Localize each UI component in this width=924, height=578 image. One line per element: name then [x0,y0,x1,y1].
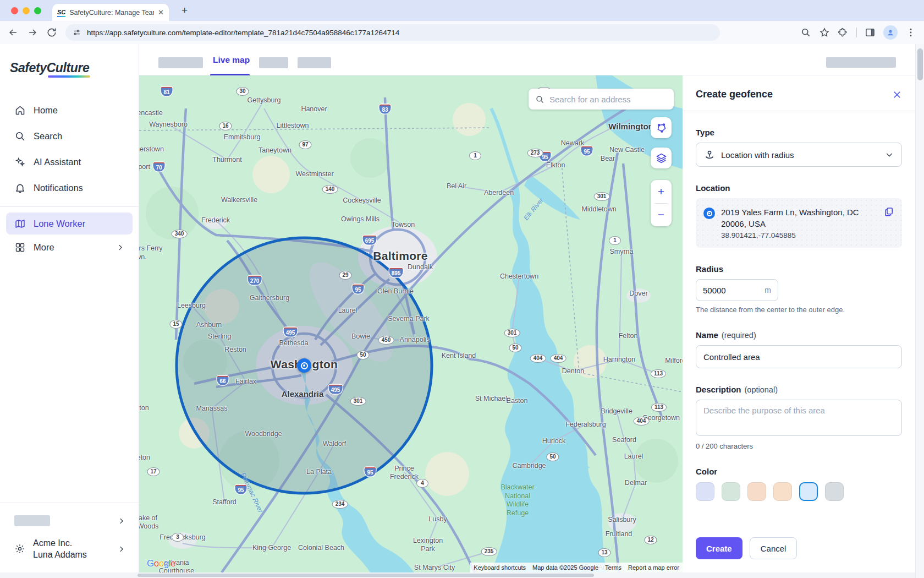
search-icon [14,130,26,142]
sidebar-bottom: Acme Inc. Luna Addams [0,503,139,572]
sidebar-item-lone-worker[interactable]: Lone Worker [6,212,133,235]
org-info: Acme Inc. Luna Addams [33,537,87,560]
map-attribution-item[interactable]: Terms [602,563,625,572]
name-label: Name(required) [696,330,902,340]
color-swatch-5[interactable] [825,482,844,501]
sidebar-item-home[interactable]: Home [0,97,139,123]
color-label: Color [696,467,902,476]
forward-button[interactable] [27,27,38,38]
color-swatch-2[interactable] [747,482,766,501]
type-value: Location with radius [721,150,879,160]
description-textarea[interactable] [696,400,902,436]
color-swatch-4[interactable] [799,482,818,501]
sidebar-collapsed-row[interactable] [0,503,139,526]
color-swatch-0[interactable] [696,482,714,501]
chevron-right-icon [117,517,125,525]
safetyculture-logo: SafetyCulture [10,61,139,75]
layers-icon [656,152,667,164]
sidebar-item-search[interactable]: Search [0,123,139,149]
tab-live-map[interactable]: Live map [213,55,250,65]
content-area: BaltimoreWashingtonWilmingtonWaynesboroG… [139,75,915,572]
map-canvas[interactable]: BaltimoreWashingtonWilmingtonWaynesboroG… [139,75,683,572]
sidebar-item-ai-assistant[interactable]: AI Assistant [0,149,139,175]
radius-label: Radius [696,264,902,274]
maximize-window-button[interactable] [34,7,41,14]
zoom-icon[interactable] [800,27,811,38]
org-switcher[interactable]: Acme Inc. Luna Addams [0,526,139,572]
site-info-icon[interactable] [73,28,81,37]
back-button[interactable] [8,27,19,38]
browser-tab[interactable]: SC SafetyCulture: Manage Teams and... ✕ [52,4,169,21]
map-layers-button[interactable] [651,148,672,168]
tab-close-icon[interactable]: ✕ [158,8,164,17]
polygon-draw-icon [656,122,667,134]
map-search-box[interactable] [529,89,674,110]
close-icon[interactable] [892,90,902,100]
location-address: 2019 Yales Farm Ln, Washington, DC 20006… [721,206,877,230]
browser-toolbar: https://app.safetyculture.com/template-e… [0,21,924,44]
tab-title: SafetyCulture: Manage Teams and... [69,9,154,17]
radius-unit: m [765,286,771,295]
sparkle-icon [14,156,26,168]
draw-geofence-button[interactable] [651,117,672,138]
tab-placeholder[interactable] [298,57,331,68]
color-swatches [696,482,902,501]
map-attribution-item[interactable]: Keyboard shortcuts [470,563,529,572]
chevron-right-icon [116,243,124,252]
search-icon [535,95,544,104]
logo-culture: Culture [47,61,90,75]
type-select[interactable]: Location with radius [696,143,902,167]
map-attribution-item[interactable]: Report a map error [625,563,683,572]
minimize-window-button[interactable] [23,7,30,14]
map-zoom-control: + − [651,180,672,226]
copy-icon[interactable] [883,206,894,217]
home-icon [14,105,26,116]
sidebar: SafetyCulture HomeSearchAI AssistantNoti… [0,44,139,572]
reload-button[interactable] [46,27,57,38]
logo-safety: Safety [10,61,47,75]
sidebar-item-more[interactable]: More [0,235,139,260]
toolbar-divider [856,28,857,37]
window-controls[interactable] [11,7,41,14]
address-search-input[interactable] [549,95,667,104]
gear-icon [14,543,25,554]
color-swatch-1[interactable] [722,482,740,501]
color-swatch-3[interactable] [773,482,792,501]
horizontal-scrollbar-thumb[interactable] [138,574,594,577]
profile-avatar[interactable] [883,25,898,40]
sidebar-item-notifications[interactable]: Notifications [0,175,139,201]
browser-menu-icon[interactable] [905,27,916,38]
bookmark-star-icon[interactable] [819,27,830,38]
side-panel-icon[interactable] [865,27,876,38]
zoom-in-button[interactable]: + [651,180,672,203]
google-logo-letter: g [164,558,169,569]
vertical-scrollbar-thumb[interactable] [917,48,923,80]
radius-field[interactable]: m [696,279,778,301]
target-icon [301,362,308,369]
create-button[interactable]: Create [696,537,743,559]
description-optional-text: (optional) [745,385,778,394]
tab-placeholder[interactable] [259,57,288,68]
horizontal-scrollbar[interactable] [0,572,915,578]
vertical-scrollbar[interactable] [915,44,924,578]
close-window-button[interactable] [11,7,18,14]
google-logo: Google [147,558,175,569]
tab-placeholder[interactable] [158,57,203,68]
geofence-center-marker[interactable] [297,358,311,373]
location-text: 2019 Yales Farm Ln, Washington, DC 20006… [721,206,877,239]
sidebar-item-label: Lone Worker [34,219,85,229]
radius-help-text: The distance from the center to the oute… [696,306,902,314]
panel-actions: Create Cancel [696,537,797,559]
zoom-out-button[interactable]: − [651,204,672,227]
new-tab-button[interactable]: + [182,4,188,17]
panel-divider [683,111,915,111]
sidebar-item-label: Search [34,131,62,141]
main-area: Live map [139,44,915,572]
address-bar[interactable]: https://app.safetyculture.com/template-e… [65,24,720,41]
name-input[interactable] [696,345,902,368]
radius-input[interactable] [703,286,752,295]
placeholder-bar [14,515,50,526]
google-logo-letter: o [154,558,159,569]
cancel-button[interactable]: Cancel [750,537,798,559]
extensions-icon[interactable] [838,27,849,38]
